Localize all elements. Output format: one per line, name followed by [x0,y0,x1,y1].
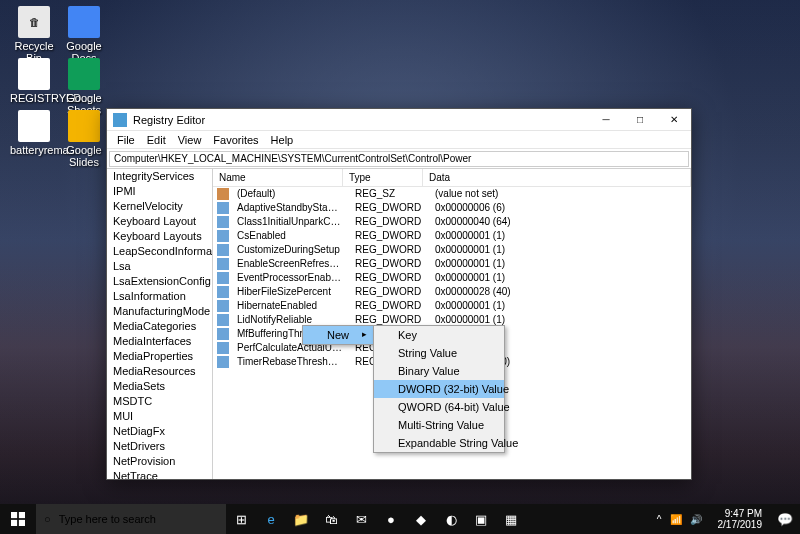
taskbar-edge[interactable]: e [256,504,286,534]
taskbar-explorer[interactable]: 📁 [286,504,316,534]
search-icon: ○ [44,513,51,525]
regedit-icon [113,113,127,127]
tree-item[interactable]: MediaProperties [107,349,212,364]
menubar: File Edit View Favorites Help [107,131,691,149]
value-icon [217,202,229,214]
tree-item[interactable]: NetDiagFx [107,424,212,439]
tree-item[interactable]: MediaResources [107,364,212,379]
taskbar: ○ Type here to search ⊞ e 📁 🛍 ✉ ● ◆ ◐ ▣ … [0,504,800,534]
close-button[interactable]: ✕ [657,109,691,131]
list-row[interactable]: HiberFileSizePercentREG_DWORD0x00000028 … [213,285,691,299]
windows-logo-icon [11,512,25,526]
menu-favorites[interactable]: Favorites [207,132,264,148]
tree-item[interactable]: Keyboard Layout [107,214,212,229]
taskbar-store[interactable]: 🛍 [316,504,346,534]
recycle-bin-icon: 🗑 [18,6,50,38]
taskbar-mail[interactable]: ✉ [346,504,376,534]
list-row[interactable]: CustomizeDuringSetupREG_DWORD0x00000001 … [213,243,691,257]
desktop-icon-recycle-bin[interactable]: 🗑Recycle Bin [10,6,58,64]
context-item[interactable]: Key [374,326,504,344]
col-name[interactable]: Name [213,169,343,186]
tree-item[interactable]: LeapSecondInformation [107,244,212,259]
list-row[interactable]: HibernateEnabledREG_DWORD0x00000001 (1) [213,299,691,313]
titlebar[interactable]: Registry Editor ─ □ ✕ [107,109,691,131]
value-icon [217,216,229,228]
value-icon [217,272,229,284]
value-icon [217,356,229,368]
address-input[interactable] [109,151,689,167]
key-tree[interactable]: IntegrityServicesIPMIKernelVelocityKeybo… [107,169,213,479]
taskbar-steam[interactable]: ◐ [436,504,466,534]
list-row[interactable]: EnableScreenRefreshOnPowerButtonLon...RE… [213,257,691,271]
tree-item[interactable]: MediaInterfaces [107,334,212,349]
slides-icon [68,110,100,142]
context-item[interactable]: DWORD (32-bit) Value [374,380,504,398]
desktop-icon-registry[interactable]: REGISTRYED... [10,58,58,104]
tree-item[interactable]: IntegrityServices [107,169,212,184]
context-item[interactable]: Binary Value [374,362,504,380]
list-row[interactable]: (Default)REG_SZ(value not set) [213,187,691,201]
search-placeholder: Type here to search [59,513,156,525]
window-title: Registry Editor [133,114,589,126]
tree-item[interactable]: MediaCategories [107,319,212,334]
tree-item[interactable]: Lsa [107,259,212,274]
action-center-button[interactable]: 💬 [770,504,800,534]
desktop-icon-google-sheets[interactable]: Google Sheets [60,58,108,116]
value-icon [217,188,229,200]
task-view-button[interactable]: ⊞ [226,504,256,534]
value-icon [217,286,229,298]
tree-item[interactable]: LsaExtensionConfig [107,274,212,289]
address-bar [107,149,691,169]
value-icon [217,342,229,354]
desktop-icon-google-docs[interactable]: Google Docs [60,6,108,64]
value-icon [217,230,229,242]
tree-item[interactable]: NetDrivers [107,439,212,454]
tray-network-icon[interactable]: 📶 [666,514,686,525]
list-row[interactable]: AdaptiveStandbyStandbyBudgetAvgInter...R… [213,201,691,215]
col-type[interactable]: Type [343,169,423,186]
sheets-icon [68,58,100,90]
file-icon [18,58,50,90]
tree-item[interactable]: ManufacturingMode [107,304,212,319]
list-row[interactable]: Class1InitialUnparkCountREG_DWORD0x00000… [213,215,691,229]
tree-item[interactable]: MediaSets [107,379,212,394]
taskbar-app3[interactable]: ▣ [466,504,496,534]
desktop-icon-battery[interactable]: batteryrema... [10,110,58,156]
taskbar-app2[interactable]: ◆ [406,504,436,534]
tree-item[interactable]: LsaInformation [107,289,212,304]
taskbar-regedit[interactable]: ▦ [496,504,526,534]
tree-item[interactable]: NetTrace [107,469,212,479]
menu-view[interactable]: View [172,132,208,148]
value-icon [217,300,229,312]
menu-help[interactable]: Help [265,132,300,148]
taskbar-search[interactable]: ○ Type here to search [36,504,226,534]
menu-file[interactable]: File [111,132,141,148]
col-data[interactable]: Data [423,169,691,186]
context-item-new[interactable]: New [303,326,373,344]
taskbar-clock[interactable]: 9:47 PM 2/17/2019 [710,508,771,530]
list-row[interactable]: CsEnabledREG_DWORD0x00000001 (1) [213,229,691,243]
tree-item[interactable]: MUI [107,409,212,424]
system-tray[interactable]: ^ 📶 🔊 [649,514,710,525]
tree-item[interactable]: IPMI [107,184,212,199]
minimize-button[interactable]: ─ [589,109,623,131]
context-item[interactable]: String Value [374,344,504,362]
context-item[interactable]: Multi-String Value [374,416,504,434]
context-item[interactable]: QWORD (64-bit) Value [374,398,504,416]
desktop-icon-google-slides[interactable]: Google Slides [60,110,108,168]
list-row[interactable]: EventProcessorEnabledREG_DWORD0x00000001… [213,271,691,285]
tree-item[interactable]: MSDTC [107,394,212,409]
context-menu: New [302,325,374,345]
context-item[interactable]: Expandable String Value [374,434,504,452]
menu-edit[interactable]: Edit [141,132,172,148]
value-icon [217,328,229,340]
value-icon [217,314,229,326]
start-button[interactable] [0,504,36,534]
maximize-button[interactable]: □ [623,109,657,131]
tray-chevron-icon[interactable]: ^ [653,514,666,525]
tree-item[interactable]: Keyboard Layouts [107,229,212,244]
tree-item[interactable]: NetProvision [107,454,212,469]
taskbar-app[interactable]: ● [376,504,406,534]
tray-volume-icon[interactable]: 🔊 [686,514,706,525]
tree-item[interactable]: KernelVelocity [107,199,212,214]
